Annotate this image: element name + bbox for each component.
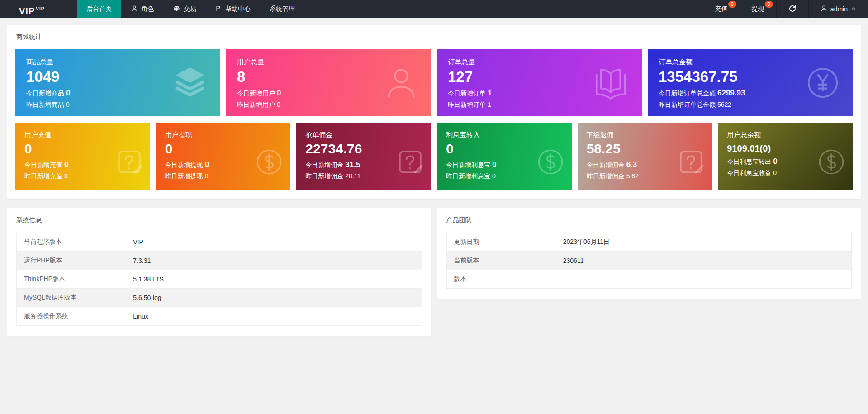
stat-card-total-products: 商品总量1049今日新增商品0昨日新增商品0 bbox=[15, 49, 220, 116]
recharge-button[interactable]: 充值 0 bbox=[703, 0, 740, 18]
card-today-label: 今日新增提现 bbox=[165, 161, 203, 168]
person-icon bbox=[383, 65, 419, 101]
card-yesterday-value: 28.11 bbox=[345, 172, 360, 180]
user-icon bbox=[821, 5, 827, 13]
user-icon bbox=[131, 5, 138, 13]
row-value: 5.1.38 LTS bbox=[126, 270, 422, 289]
card-yesterday-line: 昨日新增商品0 bbox=[26, 101, 209, 109]
username: admin bbox=[830, 5, 848, 13]
app-logo-text: VIP bbox=[19, 6, 35, 16]
chevron-up-icon bbox=[851, 5, 856, 13]
refresh-button[interactable] bbox=[776, 0, 808, 18]
nav-item-system-manage[interactable]: 系统管理 bbox=[260, 0, 304, 18]
card-yesterday-line: 昨日新增订单总金额5622 bbox=[659, 101, 842, 109]
app-logo: VIPVIP bbox=[0, 0, 77, 18]
row-label: 版本 bbox=[446, 270, 556, 289]
card-label: 用户充值 bbox=[24, 131, 141, 139]
withdraw-badge: 0 bbox=[765, 1, 773, 8]
table-row: 版本 bbox=[446, 270, 852, 289]
yen-icon bbox=[805, 65, 841, 101]
stat-card-grab-commission: 抢单佣金22734.76今日新增佣金31.5昨日新增佣金28.11 bbox=[296, 123, 431, 190]
row-label: 运行PHP版本 bbox=[17, 252, 126, 270]
scales-icon bbox=[173, 5, 180, 14]
edit-icon bbox=[677, 148, 706, 176]
card-yesterday-label: 今日利息宝收益 bbox=[727, 169, 771, 176]
edit-icon bbox=[396, 148, 425, 176]
layers-icon bbox=[171, 65, 209, 100]
stat-card-user-total-balance: 用户总余额9109.01(0)今日利息宝转出0今日利息宝收益0 bbox=[718, 123, 853, 190]
nav-item-help-center[interactable]: 帮助中心 bbox=[206, 0, 260, 18]
card-today-label: 今日新增用户 bbox=[237, 90, 275, 97]
stat-card-interest-transfer-in: 利息宝转入0今日新增利息宝0昨日新增利息宝0 bbox=[437, 123, 572, 190]
card-yesterday-value: 5.62 bbox=[626, 172, 639, 180]
card-today-value: 0 bbox=[64, 160, 68, 169]
bottom-panels: 系统信息 当前程序版本VIP运行PHP版本7.3.31ThinkPHP版本5.1… bbox=[7, 208, 861, 336]
recharge-badge: 0 bbox=[728, 1, 736, 8]
row-label: 服务器操作系统 bbox=[17, 307, 126, 326]
row-value-link[interactable]: 2023年06月11日 bbox=[556, 233, 852, 252]
table-row: ThinkPHP版本5.1.38 LTS bbox=[17, 270, 422, 289]
table-row: 服务器操作系统Linux bbox=[17, 307, 422, 326]
shop-stats-panel: 商城统计 商品总量1049今日新增商品0昨日新增商品0用户总量8今日新增用户0昨… bbox=[7, 25, 861, 199]
big-stat-cards: 商品总量1049今日新增商品0昨日新增商品0用户总量8今日新增用户0昨日新增用户… bbox=[7, 47, 861, 116]
card-yesterday-line: 昨日新增订单1 bbox=[448, 101, 631, 109]
table-row: 当前版本230611 bbox=[446, 252, 852, 270]
navbar-right: 充值 0 提现 0 admin bbox=[703, 0, 868, 18]
nav-item-role[interactable]: 角色 bbox=[121, 0, 163, 18]
table-row: 更新日期2023年06月11日 bbox=[446, 233, 852, 252]
nav-item-label: 角色 bbox=[141, 5, 154, 13]
main-content: 商城统计 商品总量1049今日新增商品0昨日新增商品0用户总量8今日新增用户0昨… bbox=[0, 18, 868, 336]
app-logo-sup: VIP bbox=[36, 6, 44, 11]
card-yesterday-value: 0 bbox=[66, 101, 70, 108]
card-label: 抢单佣金 bbox=[305, 131, 422, 139]
withdraw-button[interactable]: 提现 0 bbox=[740, 0, 776, 18]
refresh-icon bbox=[788, 5, 797, 14]
card-yesterday-value: 5622 bbox=[717, 101, 731, 108]
flag-icon bbox=[215, 5, 222, 13]
nav-item-home[interactable]: 后台首页 bbox=[77, 0, 121, 18]
product-team-table: 更新日期2023年06月11日当前版本230611版本 bbox=[446, 233, 852, 289]
card-yesterday-line: 昨日新增用户0 bbox=[237, 101, 420, 109]
stat-card-user-withdraw: 用户提现0今日新增提现0昨日新增提现0 bbox=[156, 123, 291, 190]
card-yesterday-value: 0 bbox=[773, 169, 777, 176]
stat-card-total-order-amount: 订单总金额1354367.75今日新增订单总金额6299.93昨日新增订单总金额… bbox=[648, 49, 853, 116]
card-today-value: 6299.93 bbox=[717, 89, 745, 97]
card-yesterday-label: 昨日新增订单总金额 bbox=[659, 101, 716, 108]
withdraw-label: 提现 bbox=[752, 5, 764, 13]
card-today-label: 今日新增利息宝 bbox=[446, 161, 490, 168]
user-dropdown[interactable]: admin bbox=[808, 0, 868, 18]
card-today-label: 今日新增佣金 bbox=[305, 161, 343, 168]
stat-card-total-orders: 订单总量127今日新增订单1昨日新增订单1 bbox=[437, 49, 642, 116]
nav-item-label: 交易 bbox=[184, 5, 196, 13]
row-value: VIP bbox=[126, 233, 422, 252]
card-today-label: 今日新增订单总金额 bbox=[659, 90, 716, 97]
card-yesterday-label: 昨日新增商品 bbox=[26, 101, 64, 108]
row-value: 7.3.31 bbox=[126, 252, 422, 270]
book-icon bbox=[591, 65, 630, 101]
recharge-label: 充值 bbox=[715, 5, 728, 13]
card-today-label: 今日新增充值 bbox=[24, 161, 62, 168]
top-navbar: VIPVIP 后台首页角色交易帮助中心系统管理 充值 0 提现 0 admin bbox=[0, 0, 868, 18]
stat-card-subordinate-rebate: 下级返佣58.25今日新增佣金6.3昨日新增佣金5.62 bbox=[578, 123, 712, 190]
card-yesterday-value: 1 bbox=[488, 101, 491, 108]
card-yesterday-value: 0 bbox=[492, 172, 496, 180]
card-today-label: 今日新增商品 bbox=[26, 90, 64, 97]
card-yesterday-value: 0 bbox=[64, 172, 68, 180]
row-label: MySQL数据库版本 bbox=[17, 289, 126, 307]
row-label: 更新日期 bbox=[446, 233, 556, 252]
nav-item-trade[interactable]: 交易 bbox=[163, 0, 206, 18]
row-value-link[interactable]: 230611 bbox=[556, 252, 852, 270]
table-row: 当前程序版本VIP bbox=[17, 233, 422, 252]
product-team-panel: 产品团队 更新日期2023年06月11日当前版本230611版本 bbox=[437, 208, 861, 299]
dollar-icon bbox=[816, 147, 846, 177]
row-value bbox=[556, 270, 852, 289]
card-today-value: 0 bbox=[773, 157, 777, 166]
card-label: 用户总余额 bbox=[727, 131, 844, 139]
card-today-label: 今日新增佣金 bbox=[587, 161, 625, 168]
system-info-title: 系统信息 bbox=[7, 208, 431, 230]
card-today-value: 0 bbox=[205, 160, 209, 169]
card-today-label: 今日新增订单 bbox=[448, 90, 486, 97]
card-today-value: 0 bbox=[492, 160, 496, 169]
shop-stats-title: 商城统计 bbox=[7, 25, 861, 47]
card-label: 下级返佣 bbox=[587, 131, 703, 139]
